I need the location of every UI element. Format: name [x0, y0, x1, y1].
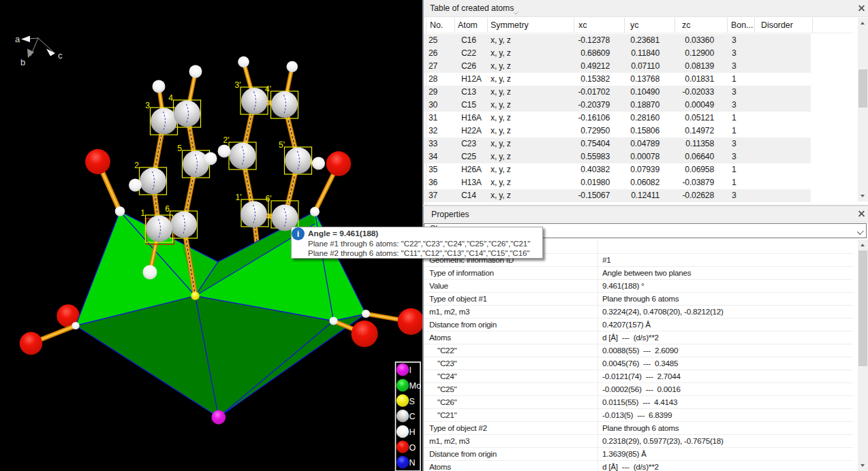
svg-text:b: b [20, 57, 25, 67]
svg-text:c: c [58, 50, 63, 61]
svg-text:2: 2 [134, 161, 139, 170]
svg-text:I: I [409, 366, 412, 375]
svg-text:6': 6' [266, 194, 272, 204]
svg-text:a: a [15, 34, 20, 44]
svg-text:2': 2' [223, 135, 230, 145]
svg-text:1': 1' [236, 193, 242, 202]
svg-text:Mo: Mo [409, 381, 421, 391]
svg-text:S: S [409, 397, 415, 406]
svg-text:3': 3' [235, 80, 241, 90]
svg-text:C: C [409, 412, 416, 421]
svg-text:4': 4' [265, 84, 271, 94]
svg-text:N: N [409, 458, 416, 468]
svg-text:1: 1 [140, 208, 145, 218]
svg-text:4: 4 [168, 93, 173, 103]
svg-text:H: H [409, 427, 416, 437]
svg-text:5: 5 [177, 144, 182, 153]
svg-text:5': 5' [279, 140, 285, 150]
svg-text:6: 6 [165, 204, 170, 214]
svg-text:O: O [409, 443, 416, 453]
svg-text:3: 3 [145, 101, 150, 110]
